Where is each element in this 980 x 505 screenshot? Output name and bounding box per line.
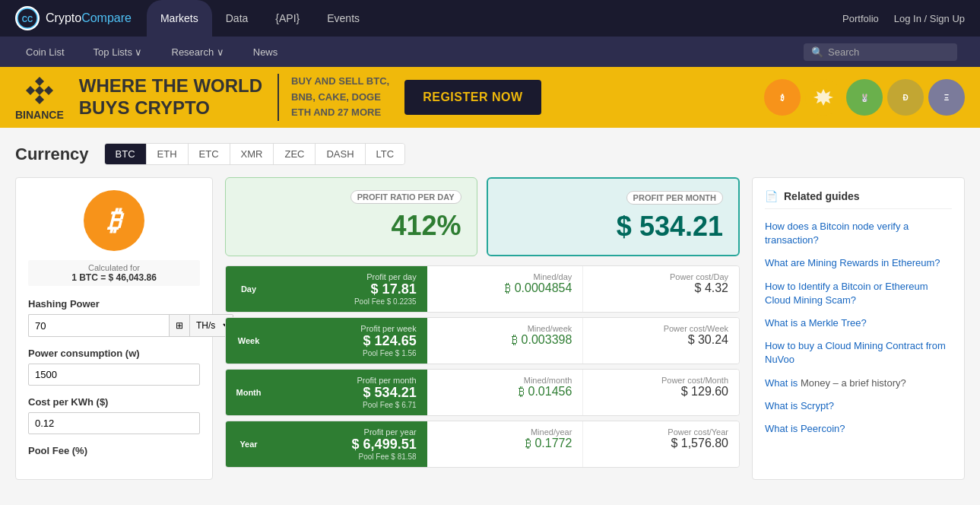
profit-ratio-value: 412% xyxy=(241,210,461,242)
mining-row: Week Profit per week $ 124.65 Pool Fee $… xyxy=(225,317,740,364)
top-nav: CC CryptoCompare Markets Data {API} Even… xyxy=(0,0,980,37)
related-guides: 📄 Related guides How does a Bitcoin node… xyxy=(752,177,965,480)
pool-fee-field: Pool Fee (%) xyxy=(28,445,200,456)
mining-rows-container: Day Profit per day $ 17.81 Pool Fee $ 0.… xyxy=(225,265,740,468)
mining-row-title: Profit per week xyxy=(282,324,417,333)
mining-row-period: Month xyxy=(226,370,271,415)
hashing-unit-btn[interactable]: ⊞ xyxy=(169,314,190,337)
power-value: $ 4.32 xyxy=(594,281,728,295)
nav-tab-events[interactable]: Events xyxy=(313,0,373,37)
tab-dash[interactable]: DASH xyxy=(316,144,365,164)
mining-row-period: Day xyxy=(226,266,271,312)
eth-coin: Ξ xyxy=(928,79,965,116)
search-box[interactable]: 🔍 xyxy=(804,43,957,61)
guide-item: What are Mining Rewards in Ethereum? xyxy=(765,256,952,270)
profit-month-label: PROFIT PER MONTH xyxy=(626,191,723,205)
calc-rate: Calculated for 1 BTC = $ 46,043.86 xyxy=(28,260,200,286)
guide-link[interactable]: What are Mining Rewards in Ethereum? xyxy=(765,257,940,268)
guides-title: Related guides xyxy=(784,190,860,202)
mining-row: Day Profit per day $ 17.81 Pool Fee $ 0.… xyxy=(225,265,740,313)
nav-right: Portfolio Log In / Sign Up xyxy=(842,13,965,24)
guides-icon: 📄 xyxy=(765,190,778,202)
banner-title: WHERE THE WORLD BUYS CRYPTO xyxy=(79,75,262,119)
mined-value: ₿ 0.1772 xyxy=(438,437,572,450)
guide-link[interactable]: How to Identify a Bitcoin or Ethereum Cl… xyxy=(765,281,928,306)
binance-text: BINANCE xyxy=(15,109,64,121)
mining-row-main: Profit per day $ 17.81 Pool Fee $ 0.2235 xyxy=(271,266,427,312)
mining-row-main: Profit per month $ 534.21 Pool Fee $ 6.7… xyxy=(271,370,427,415)
tab-xmr[interactable]: XMR xyxy=(230,144,274,164)
mining-row-power: Power cost/Year $ 1,576.80 xyxy=(582,421,739,467)
mined-value: ₿ 0.003398 xyxy=(438,333,572,347)
banner-coins: ₿ 🐰 Ð Ξ xyxy=(764,79,965,116)
currency-header: Currency BTC ETH ETC XMR ZEC DASH LTC xyxy=(15,143,965,165)
coin-list-nav[interactable]: Coin List xyxy=(23,37,68,67)
guide-link[interactable]: What is xyxy=(765,377,798,389)
logo-text: CryptoCompare xyxy=(46,11,132,25)
power-consumption-input[interactable] xyxy=(28,364,200,386)
mining-row: Month Profit per month $ 534.21 Pool Fee… xyxy=(225,369,740,416)
mining-row-power: Power cost/Week $ 30.24 xyxy=(582,318,739,364)
nav-tabs: Markets Data {API} Events xyxy=(147,0,842,37)
guide-link[interactable]: What is Peercoin? xyxy=(765,423,845,434)
guide-item: What is Scrypt? xyxy=(765,399,952,413)
nav-tab-data[interactable]: Data xyxy=(212,0,262,37)
profit-month-card: PROFIT PER MONTH $ 534.21 xyxy=(487,177,741,256)
mined-value: ₿ 0.0004854 xyxy=(438,281,572,295)
mining-row-mined: Mined/day ₿ 0.0004854 xyxy=(427,266,583,312)
guides-list: How does a Bitcoin node verify a transac… xyxy=(765,220,952,436)
results-area: PROFIT RATIO PER DAY 412% PROFIT PER MON… xyxy=(225,177,740,480)
banner-subtitle: BUY AND SELL BTC,BNB, CAKE, DOGEETH AND … xyxy=(278,74,389,121)
svg-marker-7 xyxy=(813,89,833,106)
mining-row: Year Profit per year $ 6,499.51 Pool Fee… xyxy=(225,421,740,468)
hashing-power-field: Hashing Power ⊞ TH/s GH/s MH/s xyxy=(28,298,200,337)
guide-link[interactable]: How to buy a Cloud Mining Contract from … xyxy=(765,340,946,365)
mining-row-profit: $ 124.65 xyxy=(282,333,417,349)
power-consumption-label: Power consumption (w) xyxy=(28,348,200,359)
guide-item: How does a Bitcoin node verify a transac… xyxy=(765,220,952,247)
btc-icon-container: ₿ xyxy=(28,190,200,251)
guide-item: How to Identify a Bitcoin or Ethereum Cl… xyxy=(765,280,952,307)
mining-row-profit: $ 17.81 xyxy=(282,281,417,297)
svg-marker-5 xyxy=(35,86,44,95)
logo-icon: CC xyxy=(15,6,40,30)
mining-row-profit: $ 6,499.51 xyxy=(282,437,417,453)
cake-coin: 🐰 xyxy=(846,79,883,116)
pool-fee-label: Pool Fee (%) xyxy=(28,445,200,456)
top-lists-nav[interactable]: Top Lists ∨ xyxy=(90,37,146,67)
svg-marker-2 xyxy=(35,77,44,86)
binance-logo-icon xyxy=(23,74,56,107)
nav-tab-api[interactable]: {API} xyxy=(262,0,313,37)
mined-label: Mined/month xyxy=(438,376,572,385)
nav-tab-markets[interactable]: Markets xyxy=(147,0,212,37)
tab-btc[interactable]: BTC xyxy=(105,144,147,164)
tab-etc[interactable]: ETC xyxy=(189,144,230,164)
portfolio-link[interactable]: Portfolio xyxy=(842,13,879,24)
hashing-power-label: Hashing Power xyxy=(28,298,200,310)
news-nav[interactable]: News xyxy=(250,37,281,67)
cost-field: Cost per KWh ($) xyxy=(28,396,200,434)
research-nav[interactable]: Research ∨ xyxy=(169,37,227,67)
mined-value: ₿ 0.01456 xyxy=(438,385,572,399)
mining-row-mined: Mined/month ₿ 0.01456 xyxy=(427,370,583,415)
guide-link[interactable]: What is a Merkle Tree? xyxy=(765,317,867,329)
banner-logo: BINANCE xyxy=(15,74,64,121)
hashing-power-input[interactable] xyxy=(28,314,169,337)
btc-icon: ₿ xyxy=(84,190,144,251)
mining-row-period: Week xyxy=(226,318,271,364)
guide-link[interactable]: How does a Bitcoin node verify a transac… xyxy=(765,221,909,246)
mining-row-mined: Mined/week ₿ 0.003398 xyxy=(427,318,583,364)
guide-link[interactable]: What is Scrypt? xyxy=(765,400,834,411)
register-now-button[interactable]: REGISTER NOW xyxy=(404,80,541,115)
tab-eth[interactable]: ETH xyxy=(147,144,189,164)
tab-ltc[interactable]: LTC xyxy=(366,144,405,164)
mining-row-power: Power cost/Month $ 129.60 xyxy=(582,370,739,415)
search-input[interactable] xyxy=(828,46,950,58)
btc-coin: ₿ xyxy=(764,79,801,116)
profit-ratio-day-card: PROFIT RATIO PER DAY 412% xyxy=(225,177,477,256)
profit-month-value: $ 534.21 xyxy=(503,211,724,243)
login-signup-link[interactable]: Log In / Sign Up xyxy=(894,13,965,24)
cost-input[interactable] xyxy=(28,412,200,434)
tab-zec[interactable]: ZEC xyxy=(274,144,316,164)
second-nav: Coin List Top Lists ∨ Research ∨ News 🔍 xyxy=(0,37,980,67)
